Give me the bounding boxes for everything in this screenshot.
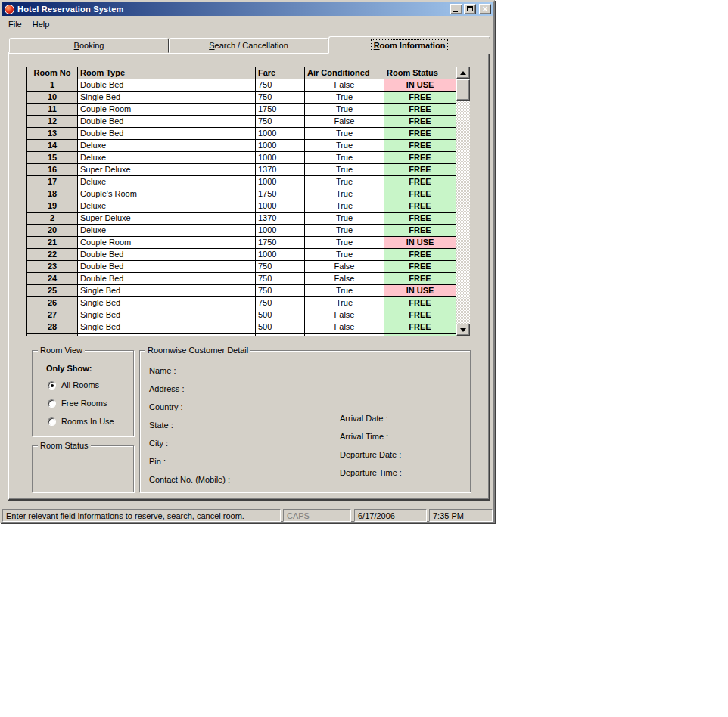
table-scrollbar[interactable] xyxy=(456,67,470,336)
table-row[interactable]: 20Deluxe1000TrueFREE xyxy=(27,225,456,237)
cell-fare: 1000 xyxy=(256,200,305,213)
label-country: Country : xyxy=(149,402,183,411)
customer-detail-group-label: Roomwise Customer Detail xyxy=(145,346,250,355)
grid-body: 1Double Bed750FalseIN USE10Single Bed750… xyxy=(27,79,456,336)
table-row[interactable]: 19Deluxe1000TrueFREE xyxy=(27,200,456,213)
app-icon xyxy=(5,5,14,14)
cell-room-type: Couple's Room xyxy=(78,188,256,200)
cell-room-type: Couple Room xyxy=(78,237,256,249)
cell-air-conditioned: True xyxy=(305,176,384,188)
table-row[interactable]: 2Super Deluxe1370TrueFREE xyxy=(27,213,456,225)
cell-fare: 750 xyxy=(256,285,305,297)
cell-air-conditioned: False xyxy=(305,321,384,334)
cell-fare: 1750 xyxy=(256,104,305,116)
table-row[interactable]: 24Double Bed750FalseFREE xyxy=(27,273,456,285)
cell-air-conditioned: True xyxy=(305,237,384,249)
cell-air-conditioned: True xyxy=(305,297,384,309)
table-row[interactable]: 16Super Deluxe1370TrueFREE xyxy=(27,164,456,176)
tab-room-information[interactable]: Room Information xyxy=(328,36,490,54)
cell-fare: 1000 xyxy=(256,140,305,152)
maximize-icon xyxy=(467,6,473,11)
cell-room-no: 23 xyxy=(27,261,78,273)
cell-room-status: FREE xyxy=(384,200,456,213)
minimize-button[interactable] xyxy=(450,4,462,14)
header-room-type[interactable]: Room Type xyxy=(78,67,256,79)
cell-room-no: 28 xyxy=(27,321,78,334)
cell-air-conditioned: True xyxy=(305,213,384,225)
cell-room-status: FREE xyxy=(384,92,456,104)
tab-focus-rect: Room Information xyxy=(371,39,449,51)
cell-room-no: 21 xyxy=(27,237,78,249)
cell-room-status: IN USE xyxy=(384,79,456,92)
cell-room-status: FREE xyxy=(384,116,456,128)
cell-air-conditioned: True xyxy=(305,200,384,213)
close-button[interactable]: × xyxy=(479,4,491,14)
scroll-thumb[interactable] xyxy=(456,79,470,101)
table-row[interactable]: 28Single Bed500FalseFREE xyxy=(27,321,456,334)
header-room-no[interactable]: Room No xyxy=(27,67,78,79)
table-row[interactable]: 25Single Bed750TrueIN USE xyxy=(27,285,456,297)
header-air-conditioned[interactable]: Air Conditioned xyxy=(305,67,384,79)
status-bar: Enter relevant field informations to res… xyxy=(2,509,493,522)
cell-room-status: FREE xyxy=(384,334,456,336)
scroll-up-button[interactable] xyxy=(456,67,470,79)
status-caps: CAPS xyxy=(283,509,351,522)
cell-air-conditioned: True xyxy=(305,92,384,104)
table-row[interactable]: 18Couple's Room1750TrueFREE xyxy=(27,188,456,200)
cell-air-conditioned: True xyxy=(305,128,384,140)
cell-air-conditioned: False xyxy=(305,261,384,273)
cell-room-no: 26 xyxy=(27,297,78,309)
table-row[interactable]: 17Deluxe1000TrueFREE xyxy=(27,176,456,188)
table-row[interactable]: 27Single Bed500FalseFREE xyxy=(27,309,456,321)
radio-all-rooms[interactable]: All Rooms xyxy=(48,380,99,390)
table-row[interactable]: 14Deluxe1000TrueFREE xyxy=(27,140,456,152)
cell-room-no: 2 xyxy=(27,213,78,225)
cell-room-no: 16 xyxy=(27,164,78,176)
cell-air-conditioned: True xyxy=(305,164,384,176)
menu-file[interactable]: File xyxy=(4,18,28,30)
cell-room-type: Deluxe xyxy=(78,176,256,188)
cell-room-status: FREE xyxy=(384,152,456,164)
tab-booking[interactable]: Booking xyxy=(9,38,169,53)
table-row[interactable]: 13Double Bed1000TrueFREE xyxy=(27,128,456,140)
maximize-button[interactable] xyxy=(464,4,476,14)
tab-search-cancellation[interactable]: Search / Cancellation xyxy=(169,38,328,53)
radio-free-rooms[interactable]: Free Rooms xyxy=(48,399,107,408)
header-room-status[interactable]: Room Status xyxy=(384,67,456,79)
cell-fare: 500 xyxy=(256,321,305,334)
status-date: 6/17/2006 xyxy=(354,509,427,522)
cell-room-type: Double Bed xyxy=(78,116,256,128)
table-row[interactable]: 29Double Bed750FalseFREE xyxy=(27,334,456,336)
cell-room-no: 18 xyxy=(27,188,78,200)
table-row[interactable]: 26Single Bed750TrueFREE xyxy=(27,297,456,309)
cell-room-no: 10 xyxy=(27,92,78,104)
app-window: Hotel Reservation System × File Help Boo… xyxy=(0,0,495,523)
table-row[interactable]: 22Double Bed1000TrueFREE xyxy=(27,249,456,261)
cell-room-type: Single Bed xyxy=(78,285,256,297)
menu-help[interactable]: Help xyxy=(28,18,56,30)
cell-room-type: Double Bed xyxy=(78,128,256,140)
scroll-down-button[interactable] xyxy=(456,324,470,336)
cell-room-no: 13 xyxy=(27,128,78,140)
room-view-group-label: Room View xyxy=(38,346,85,355)
radio-rooms-in-use[interactable]: Rooms In Use xyxy=(48,417,114,426)
table-row[interactable]: 12Double Bed750FalseFREE xyxy=(27,116,456,128)
header-fare[interactable]: Fare xyxy=(256,67,305,79)
cell-room-status: IN USE xyxy=(384,285,456,297)
table-row[interactable]: 23Double Bed750FalseFREE xyxy=(27,261,456,273)
cell-room-status: IN USE xyxy=(384,237,456,249)
cell-room-type: Single Bed xyxy=(78,309,256,321)
window-controls: × xyxy=(449,4,491,14)
table-row[interactable]: 21Couple Room1750TrueIN USE xyxy=(27,237,456,249)
room-information-panel: Room No Room Type Fare Air Conditioned R… xyxy=(8,52,490,501)
table-row[interactable]: 10Single Bed750TrueFREE xyxy=(27,92,456,104)
table-row[interactable]: 11Couple Room1750TrueFREE xyxy=(27,104,456,116)
tab-search-cancellation-label: Search / Cancellation xyxy=(209,41,288,50)
cell-fare: 1750 xyxy=(256,188,305,200)
label-departure-date: Departure Date : xyxy=(340,450,401,459)
table-row[interactable]: 15Deluxe1000TrueFREE xyxy=(27,152,456,164)
label-state: State : xyxy=(149,421,173,430)
cell-room-type: Deluxe xyxy=(78,200,256,213)
table-row[interactable]: 1Double Bed750FalseIN USE xyxy=(27,79,456,92)
cell-room-no: 12 xyxy=(27,116,78,128)
